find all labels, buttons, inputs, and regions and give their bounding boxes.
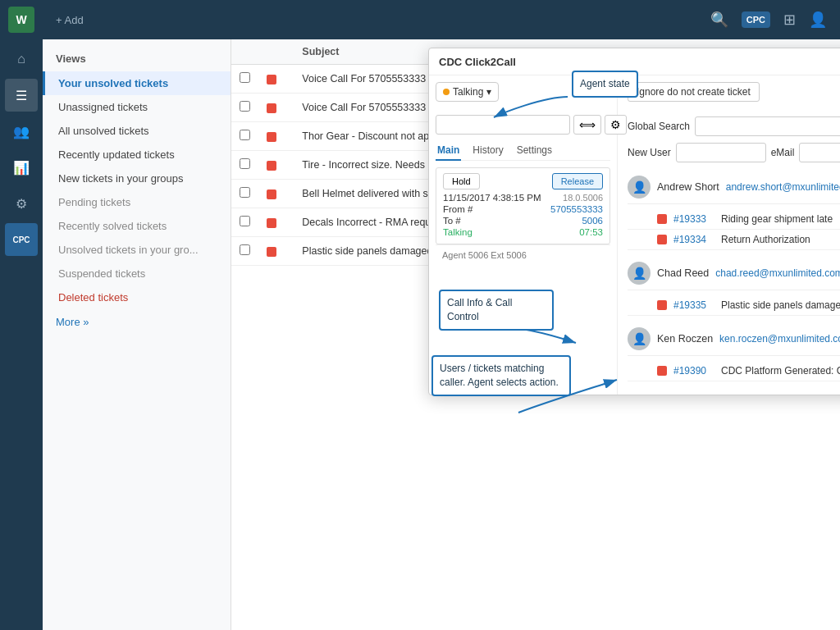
- add-button[interactable]: + Add: [56, 14, 84, 26]
- topbar: + Add 🔍 CPC ⊞ 👤: [43, 0, 840, 39]
- ticket-status-icon: [267, 103, 276, 113]
- tab-settings[interactable]: Settings: [515, 141, 554, 161]
- ticket-status-square: [657, 366, 667, 376]
- email-input[interactable]: [799, 143, 840, 162]
- caller-section: 👤 Ken Roczen ken.roczen@mxunlimited.com …: [628, 322, 840, 381]
- talking-indicator: [443, 89, 450, 95]
- ticket-status-icon: [267, 75, 276, 84]
- nav-item-deleted[interactable]: Deleted tickets: [43, 285, 231, 309]
- new-user-input[interactable]: [676, 143, 766, 162]
- ticket-subject-cdc[interactable]: Plastic side panels damaged: [721, 299, 840, 311]
- dial-icon-button[interactable]: ⟺: [573, 115, 601, 135]
- nav-more-link[interactable]: More »: [43, 309, 231, 335]
- ticket-id[interactable]: #19335: [673, 299, 714, 311]
- nav-item-unsolved-groups[interactable]: Unsolved tickets in your gro...: [43, 238, 231, 262]
- cdc-header: CDC Click2Call CPC: [429, 48, 840, 75]
- nav-item-pending[interactable]: Pending tickets: [43, 190, 231, 214]
- grid-icon[interactable]: ⊞: [783, 11, 796, 29]
- sidebar-item-home[interactable]: ⌂: [5, 43, 38, 75]
- ticket-status-square: [657, 214, 667, 224]
- sidebar-item-tickets[interactable]: ☰: [5, 79, 38, 112]
- ticket-status-square: [657, 300, 667, 310]
- cdc-right-column: Ignore do not create ticket Global Searc…: [618, 75, 840, 395]
- caller-email[interactable]: chad.reed@mxunlimited.com: [715, 267, 840, 279]
- content-area: Subject Requester Requested Type Priorit…: [231, 39, 840, 630]
- tab-history[interactable]: History: [471, 141, 504, 161]
- nav-item-all-unsolved[interactable]: All unsolved tickets: [43, 119, 231, 143]
- sidebar-item-reports[interactable]: 📊: [5, 151, 38, 184]
- caller-name: Andrew Short: [657, 181, 719, 193]
- agent-info-line: Agent 5006 Ext 5006: [436, 244, 610, 265]
- release-button[interactable]: Release: [552, 173, 603, 189]
- nav-item-recently-updated[interactable]: Recently updated tickets: [43, 143, 231, 167]
- ticket-subject-cdc[interactable]: Return Authorization: [721, 234, 840, 245]
- cdc-left-column: Talking ▾ ⟺ ⚙ Main History Settings: [429, 75, 618, 395]
- caller-email[interactable]: andrew.short@mxunlimited.com: [726, 181, 840, 193]
- tab-main[interactable]: Main: [436, 141, 461, 161]
- row-checkbox[interactable]: [240, 72, 250, 83]
- caller-avatar: 👤: [628, 262, 651, 285]
- nav-item-new-groups[interactable]: New tickets in your groups: [43, 167, 231, 190]
- ticket-id[interactable]: #19333: [673, 213, 714, 225]
- app-logo: W: [8, 7, 34, 33]
- views-title: Views: [43, 49, 231, 71]
- nav-item-your-unsolved[interactable]: Your unsolved tickets: [43, 71, 231, 95]
- caller-email[interactable]: ken.roczen@mxunlimited.com: [719, 333, 840, 345]
- ticket-id[interactable]: #19390: [673, 365, 714, 377]
- caller-header: 👤 Ken Roczen ken.roczen@mxunlimited.com: [628, 322, 840, 356]
- new-user-label: New User: [628, 147, 671, 158]
- ticket-subject-cdc[interactable]: CDC Platform Generated: Click2Call: True…: [721, 365, 840, 377]
- sidebar-item-users[interactable]: 👥: [5, 115, 38, 148]
- row-checkbox[interactable]: [240, 158, 250, 169]
- to-number: 5006: [582, 216, 603, 226]
- nav-item-suspended[interactable]: Suspended tickets: [43, 262, 231, 285]
- from-number: 5705553333: [550, 204, 603, 214]
- ticket-status-icon: [267, 247, 276, 257]
- ticket-status-icon: [267, 189, 276, 199]
- action-bar: Ignore do not create ticket: [628, 82, 840, 108]
- row-checkbox[interactable]: [240, 244, 250, 255]
- ticket-subject-cdc[interactable]: Riding gear shipment late: [721, 213, 840, 225]
- global-search-label: Global Search: [628, 121, 690, 132]
- cdc-number-input[interactable]: [436, 115, 570, 135]
- caller-name: Ken Roczen: [657, 333, 713, 345]
- sidebar-item-cdc[interactable]: CPC: [5, 223, 38, 256]
- nav-item-recently-solved[interactable]: Recently solved tickets: [43, 214, 231, 238]
- cdc-icon[interactable]: CPC: [742, 11, 770, 28]
- sidebar-item-settings[interactable]: ⚙: [5, 187, 38, 220]
- global-search-row: Global Search Search: [628, 116, 840, 136]
- row-checkbox[interactable]: [240, 130, 250, 140]
- cdc-panel-title: CDC Click2Call: [439, 56, 516, 68]
- row-checkbox[interactable]: [240, 216, 250, 226]
- ticket-status-icon: [267, 132, 276, 142]
- caller-avatar: 👤: [628, 327, 651, 350]
- caller-section: 👤 Chad Reed chad.reed@mxunlimited.com #1…: [628, 257, 840, 316]
- email-label: eMail: [771, 147, 795, 158]
- talking-button[interactable]: Talking ▾: [436, 82, 499, 102]
- ticket-id[interactable]: #19334: [673, 234, 714, 245]
- call-duration: 07:53: [579, 227, 603, 237]
- hold-button[interactable]: Hold: [443, 173, 480, 189]
- left-nav: Views Your unsolved tickets Unassigned t…: [43, 39, 231, 630]
- ticket-status-square: [657, 235, 667, 244]
- cdc-tabs: Main History Settings: [436, 141, 610, 161]
- search-icon[interactable]: 🔍: [710, 11, 728, 29]
- dropdown-icon: ▾: [486, 86, 491, 98]
- row-checkbox[interactable]: [240, 187, 250, 198]
- caller-ticket-row: #19333 Riding gear shipment late 9/6/201…: [628, 209, 840, 230]
- call-version: 18.0.5006: [563, 193, 603, 203]
- ignore-button[interactable]: Ignore do not create ticket: [628, 82, 760, 102]
- nav-item-unassigned[interactable]: Unassigned tickets: [43, 95, 231, 119]
- cdc-body: Talking ▾ ⟺ ⚙ Main History Settings: [429, 75, 840, 395]
- to-label: To #: [443, 216, 461, 226]
- caller-ticket-row: #19335 Plastic side panels damaged 9/6/2…: [628, 295, 840, 316]
- user-icon[interactable]: 👤: [809, 11, 827, 29]
- global-search-input[interactable]: [695, 116, 840, 136]
- row-checkbox[interactable]: [240, 101, 250, 112]
- caller-section: 👤 Andrew Short andrew.short@mxunlimited.…: [628, 171, 840, 250]
- cdc-search-row: ⟺ ⚙: [436, 115, 610, 135]
- new-user-row: New User eMail Create Ticket+User: [628, 143, 840, 162]
- call-datetime: 11/15/2017 4:38:15 PM: [443, 193, 541, 203]
- cdc-popup-panel: CDC Click2Call CPC Talking ▾: [428, 48, 840, 395]
- ticket-status-icon: [267, 161, 276, 171]
